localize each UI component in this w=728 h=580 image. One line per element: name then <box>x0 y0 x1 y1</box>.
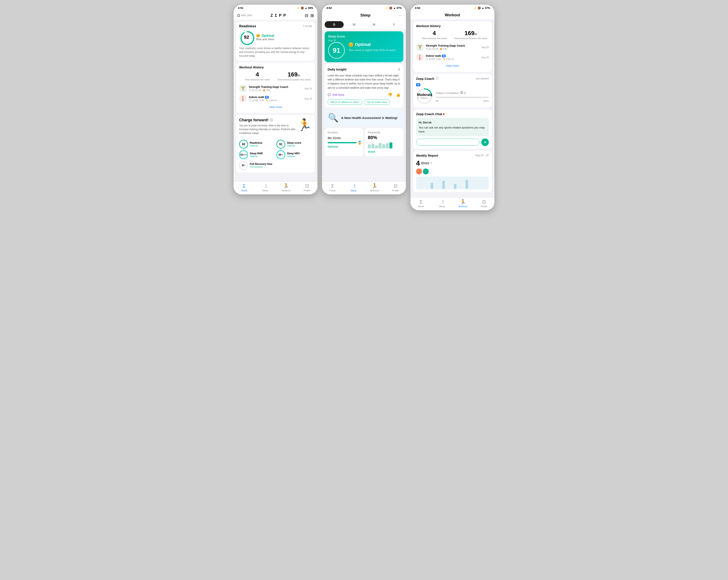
nav-sleep-3[interactable]: ☽ Sleep <box>432 199 452 208</box>
chip-tips[interactable]: Tips for better sleep <box>364 99 390 105</box>
reg-bar-6 <box>386 143 389 148</box>
svg-rect-6 <box>466 180 468 189</box>
workout-item-2: 🚶 Indoor walk AI ⏱ 24:402.06📏 0.84 mi Au… <box>239 94 312 104</box>
home-icon-1: Σ <box>243 183 246 189</box>
collapse-icon[interactable]: ∧ <box>398 67 400 72</box>
report-header: Weekly Report Aug 19 – 25 <box>416 154 489 157</box>
sleep-desc: Your score is higher than 91% of users. <box>348 49 396 52</box>
grid-icon[interactable]: ⊞ <box>310 13 314 18</box>
status-icons-2: ⚡ 🔕 ▲ 67% <box>385 6 402 9</box>
filter-icon[interactable]: ⊟ <box>305 13 308 18</box>
bluetooth-icon-3: ⚡ <box>474 6 477 9</box>
header-action-icons: ⊟ ⊞ <box>305 13 314 18</box>
workout-item-1: 🏋 Strength Training·Zepp Coach ⏱ 01:10:1… <box>239 83 312 94</box>
workout-page-title: Workout <box>445 13 460 17</box>
nav-workout-1[interactable]: 🏃 Workout <box>276 183 296 192</box>
reg-bar-5 <box>382 144 385 148</box>
metric-readiness: 92 Readiness Optimal <box>239 140 275 149</box>
tab-day[interactable]: D <box>324 21 344 28</box>
status-bar-1: 4:51 ⚡ 🔕 ▲ 68% <box>234 5 317 10</box>
nav-home-label-3: Home <box>418 205 424 208</box>
phone-screen-3: 4:52 ⚡ 🔕 ▲ 67% Workout Workout History 4… <box>410 4 495 211</box>
info-icon: ⓘ <box>270 118 273 122</box>
nav-profile-3[interactable]: ⊡ Profile <box>473 199 494 208</box>
ask-aura[interactable]: 💬 Ask Aura 👎 👍 <box>328 93 400 97</box>
coach-info-icon: ⓘ <box>436 77 439 80</box>
view-more-3[interactable]: View more <box>416 62 489 69</box>
metric-rhr: 61BPM Sleep RHR Optimal <box>239 150 275 159</box>
workout-stats-row-3: 4 Total workouts this week 169m Total wo… <box>416 30 489 40</box>
sleep-duration-bar: 🏅 <box>328 142 360 143</box>
metric-recovery: 0hr Full Recovery time Full recovery <box>239 161 312 170</box>
regularity-bars <box>368 142 400 148</box>
total-workouts-label-3: Total workouts this week <box>416 37 452 40</box>
status-bar-3: 4:52 ⚡ 🔕 ▲ 67% <box>411 5 494 10</box>
sleep-tabs: D W M Y <box>324 21 404 28</box>
nav-workout-2[interactable]: 🏃 Workout <box>364 183 385 192</box>
nav-home-2[interactable]: Σ Home <box>322 183 343 192</box>
tab-year[interactable]: Y <box>384 21 404 28</box>
headphones-icon: 🎧 <box>237 14 240 17</box>
thumbs-up-icon[interactable]: 👍 <box>396 93 400 97</box>
time-1: 4:51 <box>238 6 243 9</box>
thumbs-down-icon[interactable]: 👎 <box>388 93 392 97</box>
workout-name-2: Indoor walk AI <box>249 96 303 99</box>
chat-input[interactable] <box>416 138 479 146</box>
metric-label-sleep: Sleep score Optimal <box>287 142 301 147</box>
insight-text: Looks like your sleep schedule may have … <box>328 74 400 90</box>
sleep-status-row: 😊 Optimal <box>348 42 396 47</box>
wifi-icon: ▲ <box>305 6 307 9</box>
sleep-bar-icon: 🏅 <box>358 141 362 145</box>
nav-sleep-1[interactable]: ☽ Sleep <box>255 183 276 192</box>
nav-home-3[interactable]: Σ Home <box>411 199 432 208</box>
workout-item-3b: 🚶 Indoor walk AI ⏱ 24:402.06📏 0.84 mi Au… <box>416 52 489 62</box>
nav-home-1[interactable]: Σ Home <box>234 183 255 192</box>
sleep-icon-2: ☽ <box>352 183 356 189</box>
wifi-icon-3: ▲ <box>482 6 484 9</box>
ai-badge-row: AI <box>416 82 489 86</box>
nav-profile-1[interactable]: ⊡ Profile <box>296 183 317 192</box>
workout-date-3b: Aug 29 <box>482 56 489 59</box>
readiness-body: 92 😊 Optimal Rise and shine <box>239 30 312 45</box>
coach-intensity: Moderate <box>417 93 432 97</box>
readiness-desc: Your readiness score shows a healthy bal… <box>239 46 312 58</box>
tab-week[interactable]: W <box>344 21 364 28</box>
battery-1: 68% <box>308 6 313 9</box>
chat-greeting: Hi, Derrek <box>419 121 486 125</box>
nav-sleep-label-1: Sleep <box>262 189 268 192</box>
nav-workout-3[interactable]: 🏃 Workout <box>452 199 473 208</box>
nav-sleep-2[interactable]: ☽ Sleep <box>343 183 364 192</box>
total-workouts-1: 4 Total workouts this week <box>239 71 276 81</box>
chat-send-button[interactable]: ➤ <box>481 138 489 146</box>
svg-rect-3 <box>431 183 433 189</box>
chat-notification-dot <box>443 113 445 115</box>
nav-sleep-label-2: Sleep <box>350 189 356 192</box>
readiness-status: 😊 Optimal <box>256 34 312 38</box>
sleep-title: Sleep <box>332 13 399 18</box>
phone-screen-1: 4:51 ⚡ 🔕 ▲ 68% 🎧 49% 35% Z Σ P P ⊟ ⊞ Rea… <box>233 4 318 195</box>
thumbs-row: 👎 👍 <box>388 93 400 97</box>
sleep-bar-fill <box>328 142 356 143</box>
metric-hrv: 49ms Sleep HRV Optimal <box>277 150 312 159</box>
view-more-1[interactable]: View more <box>239 104 312 110</box>
more-icon[interactable]: ··· <box>399 13 402 18</box>
workout-stats-row-1: 4 Total workouts this week 169m Total wo… <box>239 71 312 81</box>
regularity-label: Regularity <box>368 131 400 134</box>
duration-value: 8hr 31min <box>328 135 360 140</box>
workout-page-header: Workout <box>411 10 494 20</box>
workout-date-2: Aug 29 <box>305 97 312 100</box>
coach-intensity-block: Moderate ⏱ 145min <box>417 93 432 99</box>
workout-icon-nav-1: 🏃 <box>283 183 289 189</box>
workout-details-2: Indoor walk AI ⏱ 24:402.06📏 0.84 mi <box>249 96 303 102</box>
tab-month[interactable]: M <box>364 21 384 28</box>
sleep-icon-1: ☽ <box>263 183 267 189</box>
sleep-score-date: Aug 30 <box>328 39 345 42</box>
total-duration-label-3: Total workout duration this week <box>453 37 489 40</box>
chip-caffeine[interactable]: Effects of caffeine on sleep? <box>328 99 362 105</box>
time-2: 4:52 <box>326 6 332 9</box>
nav-profile-2[interactable]: ⊡ Profile <box>385 183 406 192</box>
workout-details-3a: Strength Training·Zepp Coach ⏱ 01:10:18🔥… <box>426 44 479 50</box>
workout-icon-1: 🏋 <box>239 85 247 92</box>
daily-insight-card: Daily Insight ∧ Looks like your sleep sc… <box>324 64 404 108</box>
health-assessment-card[interactable]: 🔍 A New Health Assessment is Waiting! <box>324 109 404 126</box>
